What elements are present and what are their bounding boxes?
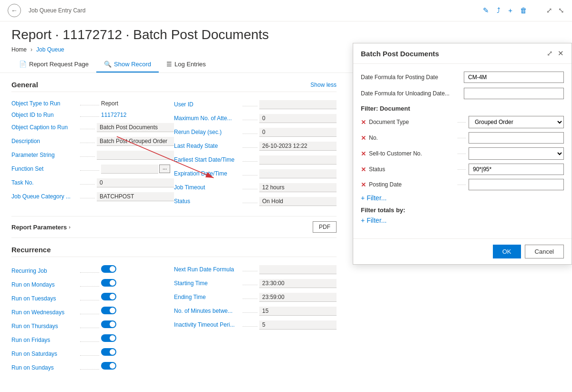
filter-document-type-select[interactable]: Grouped Order (469, 116, 564, 128)
run-thursdays-toggle[interactable] (101, 320, 116, 328)
starting-time-input[interactable] (259, 279, 337, 288)
add-icon[interactable]: + (508, 6, 512, 15)
job-queue-category-label: Job Queue Category ... (11, 193, 78, 200)
run-mondays-toggle[interactable] (101, 279, 116, 287)
back-button[interactable]: ← (8, 4, 21, 17)
description-label[interactable]: Description (11, 138, 78, 144)
filter-status-remove[interactable]: ✕ (361, 166, 366, 173)
run-wednesdays-toggle[interactable] (101, 307, 116, 314)
dots (243, 134, 257, 134)
dots (80, 341, 99, 342)
recurring-job-row: Recurring Job (11, 263, 174, 277)
run-tuesdays-toggle[interactable] (101, 293, 116, 300)
field-function-set: Function Set ··· (11, 162, 174, 176)
task-no-input[interactable] (97, 178, 174, 187)
parameter-string-input[interactable] (97, 151, 174, 160)
filter-sell-to-remove[interactable]: ✕ (361, 150, 366, 157)
run-thursdays-row: Run on Thursdays (11, 318, 174, 332)
run-saturdays-toggle[interactable] (101, 348, 116, 356)
run-sundays-toggle[interactable] (101, 362, 116, 370)
description-input[interactable] (97, 137, 174, 146)
filter-sell-to-select[interactable] (469, 147, 564, 160)
report-params-title[interactable]: Report Parameters › (11, 224, 71, 231)
side-panel-header: Batch Post Documents ⤢ ✕ (353, 43, 572, 64)
starting-time-row: Starting Time (174, 277, 337, 290)
tab-log-entries-label: Log Entries (174, 61, 206, 68)
expand-collapse: ⤢ ⤡ (546, 6, 564, 15)
date-formula-posting-input[interactable] (464, 72, 564, 83)
tab-report-request[interactable]: 📄 Report Request Page (11, 57, 96, 72)
tab-show-record[interactable]: 🔍 Show Record (96, 57, 159, 72)
tab-log-entries[interactable]: ☰ Log Entries (159, 57, 214, 72)
breadcrumb-separator: › (31, 46, 32, 53)
user-id-label: User ID (174, 101, 241, 108)
object-caption-input[interactable] (97, 123, 174, 132)
dots (243, 106, 257, 106)
filter-document-type-remove[interactable]: ✕ (361, 119, 366, 126)
filter-posting-date-remove[interactable]: ✕ (361, 181, 366, 188)
no-of-minutes-row: No. of Minutes betwe... (174, 304, 337, 318)
side-panel-close-icon[interactable]: ✕ (558, 49, 564, 58)
ending-time-input[interactable] (259, 293, 337, 302)
ending-time-label: Ending Time (174, 294, 241, 300)
function-set-input[interactable] (101, 165, 158, 174)
field-expiration: Expiration Date/Time (174, 167, 337, 181)
filter-no-remove[interactable]: ✕ (361, 134, 366, 142)
run-fridays-toggle[interactable] (101, 334, 116, 342)
cancel-button[interactable]: Cancel (525, 245, 564, 258)
dots (458, 138, 466, 138)
general-section-header: General Show less (11, 81, 337, 92)
no-of-minutes-input[interactable] (259, 307, 337, 316)
add-filter-button[interactable]: + Filter... (361, 194, 564, 202)
dots (80, 156, 95, 157)
function-set-browse-btn[interactable]: ··· (159, 165, 170, 173)
ok-button[interactable]: OK (493, 245, 521, 258)
rerun-delay-input[interactable] (259, 128, 337, 137)
last-ready-state-input[interactable] (259, 142, 337, 151)
user-id-input[interactable] (259, 100, 337, 109)
filter-posting-date-input[interactable] (469, 179, 564, 190)
dots (80, 314, 99, 314)
filter-no-input[interactable] (469, 132, 564, 144)
recurring-job-toggle[interactable] (101, 265, 116, 273)
show-less-button[interactable]: Show less (310, 82, 337, 88)
date-formula-unloading-input[interactable] (464, 88, 564, 99)
add-filter-label: Filter... (367, 194, 387, 202)
top-bar: ← Job Queue Entry Card ✎ ⤴ + 🗑 ⤢ ⤡ (0, 0, 572, 21)
dots (243, 312, 257, 313)
delete-icon[interactable]: 🗑 (520, 6, 527, 15)
side-panel-expand-icon[interactable]: ⤢ (547, 49, 553, 58)
recurrence-section: Recurrence Recurring Job Run on Mondays (11, 246, 337, 373)
earliest-start-label: Earliest Start Date/Time (174, 156, 241, 163)
ending-time-row: Ending Time (174, 290, 337, 304)
expiration-input[interactable] (259, 169, 337, 178)
status-input[interactable] (259, 197, 337, 206)
report-params-section: Report Parameters › PDF (11, 216, 337, 238)
max-attempts-input[interactable] (259, 114, 337, 123)
edit-icon[interactable]: ✎ (483, 6, 489, 15)
dots (80, 129, 95, 129)
dots (80, 355, 99, 356)
job-queue-category-input[interactable] (97, 192, 174, 201)
pdf-button[interactable]: PDF (313, 221, 337, 233)
breadcrumb-job-queue[interactable]: Job Queue (36, 46, 64, 53)
add-filter2-button[interactable]: + Filter... (361, 217, 564, 224)
expiration-label: Expiration Date/Time (174, 170, 241, 177)
object-type-label: Object Type to Run (11, 100, 78, 107)
inactivity-timeout-input[interactable] (259, 320, 337, 330)
share-icon[interactable]: ⤴ (497, 6, 500, 15)
next-run-date-input[interactable] (259, 265, 337, 274)
breadcrumb-home[interactable]: Home (11, 46, 27, 53)
filter-status-input[interactable] (469, 164, 564, 175)
recurrence-right-fields: Next Run Date Formula Starting Time Endi… (174, 263, 337, 373)
no-of-minutes-label[interactable]: No. of Minutes betwe... (174, 308, 241, 314)
report-params-label: Report Parameters (11, 224, 67, 231)
report-params-header: Report Parameters › PDF (11, 221, 337, 233)
date-formula-posting-label: Date Formula for Posting Date (361, 74, 456, 81)
expand-icon[interactable]: ⤢ (546, 6, 552, 15)
job-timeout-input[interactable] (259, 183, 337, 192)
earliest-start-input[interactable] (259, 155, 337, 165)
recurrence-grid: Recurring Job Run on Mondays (11, 263, 337, 373)
run-sundays-row: Run on Sundays (11, 360, 174, 373)
collapse-icon[interactable]: ⤡ (558, 6, 564, 15)
